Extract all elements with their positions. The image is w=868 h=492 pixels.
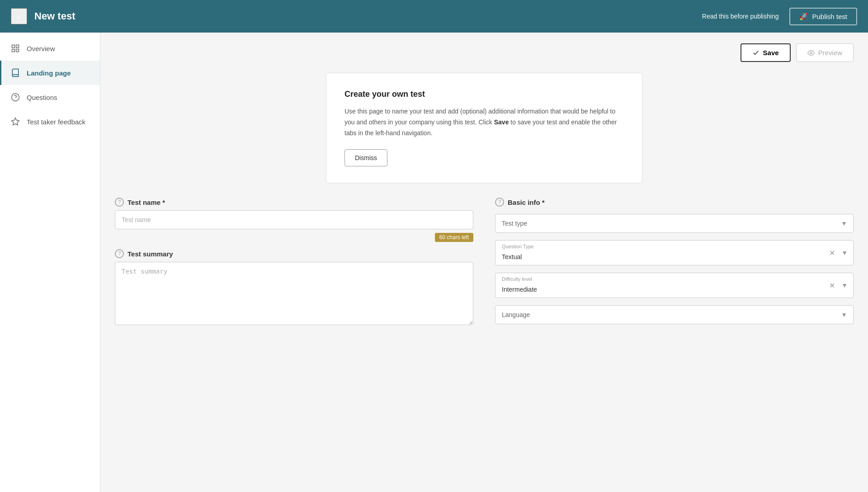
info-card-body: Use this page to name your test and add … (344, 106, 624, 138)
sidebar-item-feedback[interactable]: Test taker feedback (0, 109, 100, 134)
app-header: ‹ New test Read this before publishing 🚀… (0, 0, 868, 33)
difficulty-clear-button[interactable]: ✕ (827, 281, 837, 290)
grid-icon (10, 43, 20, 53)
difficulty-level-field[interactable]: Difficulty level Intermediate ✕ ▼ (495, 273, 854, 298)
eye-icon (807, 49, 815, 57)
test-name-input[interactable] (115, 210, 473, 229)
chars-left-badge: 60 chars left (435, 233, 473, 242)
question-type-arrow-icon: ▼ (841, 249, 848, 256)
chars-left-container: 60 chars left (115, 233, 473, 242)
test-name-group: ? Test name * 60 chars left (115, 198, 473, 242)
save-button[interactable]: Save (741, 43, 791, 62)
test-summary-label: Test summary (127, 250, 173, 258)
main-content: Save Preview Create your own test Use th… (100, 33, 868, 492)
sidebar-item-questions[interactable]: Questions (0, 85, 100, 109)
checkmark-icon (752, 49, 760, 57)
top-bar: Save Preview (115, 43, 854, 62)
language-wrapper: Language ▼ (495, 305, 854, 324)
test-name-help-icon[interactable]: ? (115, 198, 124, 207)
test-summary-input[interactable] (115, 262, 473, 325)
info-card: Create your own test Use this page to na… (326, 73, 642, 183)
difficulty-level-wrapper: Difficulty level Intermediate ✕ ▼ (495, 273, 854, 298)
help-circle-icon (10, 92, 20, 102)
difficulty-arrow-icon: ▼ (841, 282, 848, 289)
sidebar-item-label: Overview (27, 45, 55, 52)
header-actions: Read this before publishing 🚀 Publish te… (702, 8, 857, 25)
form-grid: ? Test name * 60 chars left ? Test summa… (115, 198, 854, 340)
svg-rect-3 (16, 49, 19, 52)
svg-rect-1 (16, 45, 19, 48)
sidebar-item-label: Questions (27, 94, 57, 101)
book-icon (10, 68, 20, 78)
test-summary-help-icon[interactable]: ? (115, 249, 124, 258)
basic-info-label: Basic info * (508, 199, 545, 206)
svg-point-7 (810, 52, 812, 54)
star-icon (10, 117, 20, 127)
language-select[interactable]: Language (495, 305, 854, 324)
sidebar: Overview Landing page Questions (0, 33, 100, 492)
publish-test-button[interactable]: 🚀 Publish test (789, 8, 857, 25)
sidebar-item-label: Landing page (27, 69, 71, 77)
test-summary-label-row: ? Test summary (115, 249, 473, 258)
question-type-clear-button[interactable]: ✕ (827, 249, 837, 257)
test-name-label: Test name * (127, 199, 165, 206)
preview-button[interactable]: Preview (796, 43, 854, 62)
right-column: ? Basic info * Test type ▼ Question Type… (495, 198, 854, 325)
read-before-publishing-link[interactable]: Read this before publishing (702, 13, 779, 20)
question-type-field[interactable]: Question Type Textual ✕ ▼ (495, 240, 854, 265)
info-card-title: Create your own test (344, 90, 624, 99)
test-name-label-row: ? Test name * (115, 198, 473, 207)
question-type-float-label: Question Type (502, 244, 534, 249)
difficulty-level-value: Intermediate (502, 286, 537, 293)
dismiss-button[interactable]: Dismiss (344, 149, 387, 166)
svg-rect-0 (12, 45, 15, 48)
test-type-wrapper: Test type ▼ (495, 214, 854, 233)
left-column: ? Test name * 60 chars left ? Test summa… (115, 198, 473, 325)
basic-info-label-row: ? Basic info * (495, 198, 854, 207)
page-title: New test (34, 10, 702, 22)
svg-rect-2 (12, 49, 15, 52)
sidebar-item-overview[interactable]: Overview (0, 36, 100, 61)
main-layout: Overview Landing page Questions (0, 33, 868, 492)
question-type-value: Textual (502, 253, 522, 260)
svg-marker-6 (12, 118, 19, 125)
publish-icon: 🚀 (799, 12, 808, 21)
sidebar-item-label: Test taker feedback (27, 118, 85, 126)
question-type-wrapper: Question Type Textual ✕ ▼ (495, 240, 854, 265)
sidebar-item-landing-page[interactable]: Landing page (0, 61, 100, 85)
back-button[interactable]: ‹ (11, 8, 27, 24)
test-type-select[interactable]: Test type (495, 214, 854, 233)
difficulty-level-float-label: Difficulty level (502, 276, 532, 282)
test-summary-group: ? Test summary (115, 249, 473, 325)
basic-info-help-icon[interactable]: ? (495, 198, 504, 207)
